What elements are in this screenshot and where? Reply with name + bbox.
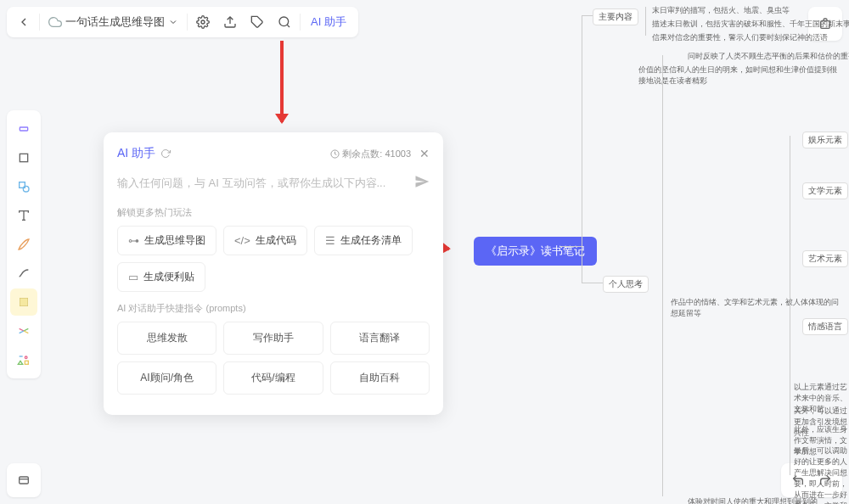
selection-icon <box>17 122 31 136</box>
export-icon <box>223 15 237 29</box>
leaf-node[interactable]: 体验对时间人使的重大和理想到最到的 <box>688 496 818 504</box>
ai-title-text: AI 助手 <box>117 146 155 161</box>
node-art[interactable]: 艺术元素 <box>802 250 848 267</box>
mindmap-icon: ⊶ <box>128 234 139 247</box>
quick-actions-row: ⊶生成思维导图 </>生成代码 ☰生成任务清单 <box>117 226 430 255</box>
leaf-node[interactable]: 价值的坚信和人的生日的明来，如时间想和生津价值提到很接地说是在读者精彩 <box>638 64 842 87</box>
prompt-wiki[interactable]: 自助百科 <box>330 361 430 395</box>
mindmap-icon <box>17 324 31 338</box>
tool-frame[interactable] <box>10 144 37 171</box>
separator <box>187 14 188 31</box>
quick-actions-row-2: ▭生成便利贴 <box>117 262 430 292</box>
settings-button[interactable] <box>189 10 216 34</box>
ai-prompt-input[interactable] <box>117 171 414 194</box>
back-button[interactable] <box>10 10 37 34</box>
ai-panel-meta: 剩余点数: 41003 ✕ <box>330 147 430 160</box>
tool-text[interactable] <box>10 202 37 229</box>
shapes-icon <box>17 353 31 367</box>
search-icon <box>278 15 291 29</box>
mindmap-canvas[interactable]: 主要内容 末日审判的描写，包括火、地震、臭虫等 描述末日教训，包括灾害的破坏和服… <box>560 0 849 504</box>
section-label-prompts: AI 对话助手快捷指令 (prompts) <box>117 302 430 315</box>
search-button[interactable] <box>271 10 298 34</box>
prompt-divergent[interactable]: 思维发散 <box>117 322 216 355</box>
text-icon <box>17 209 31 222</box>
prompt-advisor[interactable]: AI顾问/角色 <box>117 361 216 395</box>
chevron-left-icon <box>17 15 31 29</box>
export-button[interactable] <box>216 10 244 34</box>
ai-assistant-link[interactable]: AI 助手 <box>302 14 355 30</box>
ai-assistant-panel: AI 助手 剩余点数: 41003 ✕ 解锁更多热门玩法 ⊶生成思维导图 </>… <box>104 132 443 415</box>
ai-panel-title: AI 助手 <box>117 146 171 161</box>
svg-rect-5 <box>20 127 27 131</box>
tool-mindmap[interactable] <box>10 317 37 344</box>
node-literature[interactable]: 文学元素 <box>802 182 848 199</box>
note-icon <box>17 295 31 309</box>
separator <box>300 14 301 31</box>
bottom-left-panel <box>7 463 41 497</box>
leaf-node[interactable]: 作品中的情绪、文学和艺术元素，被人体体现的问想延留等 <box>671 297 841 319</box>
quick-label: 生成便利贴 <box>143 270 194 284</box>
node-emotion[interactable]: 情感语言 <box>802 318 848 335</box>
layers-button[interactable] <box>12 468 36 492</box>
node-main-content[interactable]: 主要内容 <box>593 8 638 25</box>
document-title[interactable]: 一句话生成思维导图 <box>42 14 185 30</box>
prompt-row-1: 思维发散 写作助手 语言翻译 <box>117 322 430 355</box>
svg-rect-15 <box>25 361 28 364</box>
close-button[interactable]: ✕ <box>419 147 430 160</box>
refresh-icon[interactable] <box>160 148 171 159</box>
ai-input-row <box>117 171 430 194</box>
section-label-quick: 解锁更多热门玩法 <box>117 206 430 219</box>
connector <box>582 15 593 16</box>
gear-icon <box>196 15 210 29</box>
chevron-down-icon <box>168 17 178 27</box>
prompt-writing[interactable]: 写作助手 <box>223 322 323 355</box>
tool-pen[interactable] <box>10 231 37 258</box>
connector-icon <box>17 266 31 280</box>
tool-select[interactable] <box>10 115 37 143</box>
quick-sticky[interactable]: ▭生成便利贴 <box>117 262 205 292</box>
svg-rect-11 <box>20 298 27 305</box>
node-entertainment[interactable]: 娱乐元素 <box>802 132 848 148</box>
ai-link-text: AI 助手 <box>311 14 346 30</box>
send-button[interactable] <box>414 174 430 193</box>
svg-point-0 <box>201 20 205 24</box>
quick-tasklist[interactable]: ☰生成任务清单 <box>314 226 413 255</box>
cloud-icon <box>48 15 62 29</box>
separator <box>39 14 40 31</box>
svg-point-8 <box>23 186 29 192</box>
tool-more[interactable] <box>10 346 37 373</box>
title-text: 一句话生成思维导图 <box>65 14 165 30</box>
leaf-node[interactable]: 信果对信念的重要性，警示人们要时刻保记神的活语 <box>652 32 828 43</box>
connector <box>582 283 603 283</box>
prompt-translate[interactable]: 语言翻译 <box>330 322 430 355</box>
connector <box>582 15 582 283</box>
quick-label: 生成任务清单 <box>340 233 402 248</box>
layers-icon <box>17 473 31 487</box>
prompt-row-2: AI顾问/角色 代码/编程 自助百科 <box>117 361 430 395</box>
leaf-node[interactable]: 问时反映了人类不顾生态平衡的后果和估价的重要性 <box>688 51 849 62</box>
prompt-coding[interactable]: 代码/编程 <box>223 361 323 395</box>
topbar: 一句话生成思维导图 AI 助手 <box>7 7 358 37</box>
list-icon: ☰ <box>325 234 335 247</box>
connector <box>645 7 646 36</box>
sticky-icon: ▭ <box>128 271 138 283</box>
tool-sticky-note[interactable] <box>10 288 37 316</box>
svg-rect-16 <box>20 477 29 484</box>
leaf-node[interactable]: 末日审判的描写，包括火、地震、臭虫等 <box>652 5 790 16</box>
tag-button[interactable] <box>244 10 271 34</box>
tool-shape[interactable] <box>10 173 37 200</box>
leaf-node[interactable]: 最后，可以调助好的让更多的人产生思解决问想要，即人时前，从而进在一步好任务乐、文… <box>794 445 849 504</box>
connector <box>662 55 663 496</box>
tag-icon <box>250 15 264 29</box>
tool-sidebar <box>7 110 41 378</box>
quick-mindmap[interactable]: ⊶生成思维导图 <box>117 226 216 255</box>
leaf-node[interactable]: 描述末日教训，包括灾害的破坏和服性、千年王国的新末事 <box>652 19 849 30</box>
frame-icon <box>17 151 31 165</box>
quick-code[interactable]: </>生成代码 <box>223 226 307 255</box>
svg-marker-14 <box>18 361 22 364</box>
tool-connector[interactable] <box>10 260 37 287</box>
clock-icon <box>330 149 340 159</box>
node-personal-thought[interactable]: 个人思考 <box>603 276 649 293</box>
shape-icon <box>17 180 31 193</box>
svg-point-13 <box>25 356 27 359</box>
